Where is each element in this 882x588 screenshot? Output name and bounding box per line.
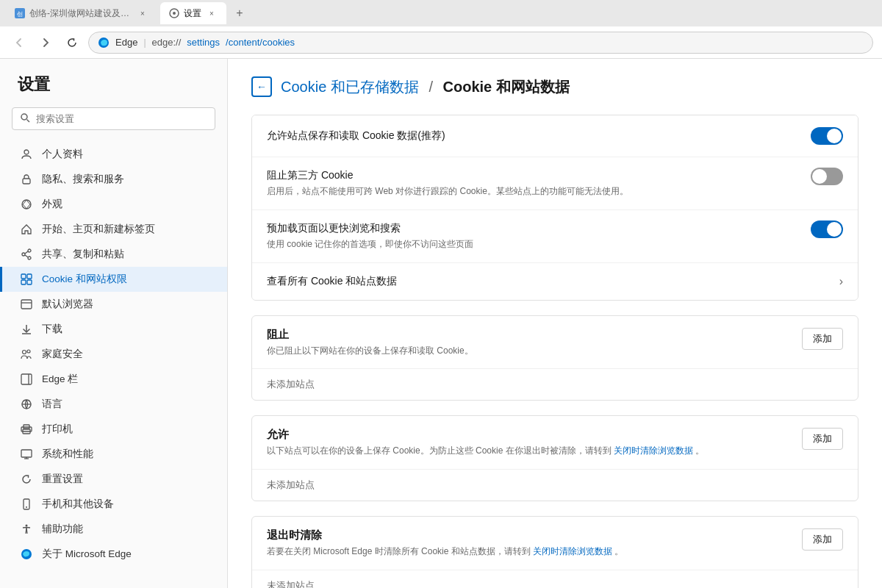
breadcrumb-separator: / — [429, 79, 433, 95]
allow-section-text: 允许 以下站点可以在你的设备上保存 Cookie。为防止这些 Cookie 在你… — [267, 428, 790, 457]
tab-settings-title: 设置 — [184, 7, 201, 20]
svg-rect-19 — [21, 300, 32, 309]
sidebar-item-cookies-label: Cookie 和网站权限 — [42, 273, 127, 286]
clear-on-exit-section-text: 退出时清除 若要在关闭 Microsoft Edge 时清除所有 Cookie … — [267, 528, 790, 558]
sidebar-item-edgebar[interactable]: Edge 栏 — [0, 367, 227, 392]
allow-desc-prefix: 以下站点可以在你的设备上保存 Cookie。为防止这些 Cookie 在你退出时… — [267, 445, 612, 456]
allow-cookies-label: 允许站点保存和读取 Cookie 数据(推荐) — [267, 129, 811, 143]
clear-on-exit-section-header: 退出时清除 若要在关闭 Microsoft Edge 时清除所有 Cookie … — [252, 517, 858, 570]
sidebar-item-mobile[interactable]: 手机和其他设备 — [0, 492, 227, 517]
sidebar-item-family-label: 家庭安全 — [42, 348, 83, 361]
sidebar-item-privacy[interactable]: 隐私、搜索和服务 — [0, 167, 227, 192]
forward-button[interactable] — [35, 32, 56, 53]
clear-desc-suffix: 。 — [614, 546, 623, 556]
svg-rect-17 — [21, 280, 26, 284]
sidebar-item-cookies[interactable]: Cookie 和网站权限 — [0, 267, 227, 292]
clear-on-exit-section-title: 退出时清除 — [267, 528, 790, 542]
block-section-title: 阻止 — [267, 328, 790, 342]
home-icon — [20, 223, 33, 236]
sidebar-item-printer[interactable]: 打印机 — [0, 417, 227, 442]
allow-section-empty: 未添加站点 — [252, 470, 858, 501]
clear-on-exit-section-desc: 若要在关闭 Microsoft Edge 时清除所有 Cookie 和站点数据，… — [267, 545, 790, 558]
svg-point-24 — [27, 350, 30, 353]
svg-rect-16 — [27, 274, 32, 279]
sidebar-title: 设置 — [0, 74, 227, 107]
address-field[interactable]: Edge | edge://settings/content/cookies — [88, 32, 873, 54]
svg-text:创: 创 — [17, 11, 23, 18]
url-path: settings — [187, 37, 220, 48]
sidebar-item-appearance[interactable]: 外观 — [0, 192, 227, 217]
mobile-icon — [20, 498, 33, 511]
sidebar-item-browser-label: 默认浏览器 — [42, 298, 93, 311]
url-prefix: edge:// — [152, 37, 182, 48]
sidebar-item-share[interactable]: 共享、复制和粘贴 — [0, 242, 227, 267]
appearance-icon — [20, 198, 33, 211]
download-icon — [20, 323, 33, 336]
sidebar-item-mobile-label: 手机和其他设备 — [42, 498, 114, 511]
sidebar-item-accessibility[interactable]: 辅助功能 — [0, 517, 227, 542]
website-favicon: 创 — [15, 8, 25, 18]
sidebar-item-edgebar-label: Edge 栏 — [42, 373, 78, 386]
sidebar-item-system[interactable]: 系统和性能 — [0, 442, 227, 467]
sidebar-item-profile-label: 个人资料 — [42, 148, 83, 161]
settings-favicon — [169, 8, 179, 18]
sidebar-item-download-label: 下载 — [42, 323, 62, 336]
tab-website-close[interactable]: × — [137, 7, 148, 19]
search-icon — [20, 112, 30, 125]
setting-block-third-party: 阻止第三方 Cookie 启用后，站点不能使用可跨 Web 对你进行跟踪的 Co… — [252, 157, 858, 210]
language-icon — [20, 398, 33, 411]
tab-settings[interactable]: 设置 × — [160, 2, 226, 24]
current-page-title: Cookie 和网站数据 — [443, 79, 570, 95]
clear-desc-link[interactable]: 关闭时清除浏览数据 — [533, 546, 612, 556]
sidebar-item-reset[interactable]: 重置设置 — [0, 467, 227, 492]
tab-settings-close[interactable]: × — [206, 7, 218, 19]
setting-view-all[interactable]: 查看所有 Cookie 和站点数据 › — [252, 263, 858, 300]
search-box[interactable] — [12, 107, 215, 130]
preload-row-top: 预加载页面以更快浏览和搜索 — [267, 222, 799, 235]
allow-desc-link[interactable]: 关闭时清除浏览数据 — [614, 445, 693, 456]
sidebar-item-start[interactable]: 开始、主页和新建标签页 — [0, 217, 227, 242]
tab-website[interactable]: 创 创络-深圳做网站建设及网站设计… × — [6, 2, 157, 24]
sidebar-item-language[interactable]: 语言 — [0, 392, 227, 417]
allow-section-add-button[interactable]: 添加 — [802, 428, 843, 450]
preload-toggle[interactable] — [811, 220, 843, 238]
svg-point-10 — [28, 249, 31, 252]
edge-logo-icon — [98, 37, 110, 49]
svg-point-11 — [28, 257, 31, 259]
svg-line-14 — [25, 255, 28, 257]
accessibility-icon — [20, 523, 33, 536]
block-section-card: 阻止 你已阻止以下网站在你的设备上保存和读取 Cookie。 添加 未添加站点 — [251, 315, 858, 401]
sidebar-item-accessibility-label: 辅助功能 — [42, 523, 83, 536]
clear-on-exit-section-empty: 未添加站点 — [252, 570, 858, 588]
block-third-party-row-top: 阻止第三方 Cookie — [267, 169, 799, 182]
back-button[interactable] — [9, 32, 29, 53]
sidebar-item-about[interactable]: 关于 Microsoft Edge — [0, 542, 227, 567]
block-third-party-toggle[interactable] — [811, 168, 843, 185]
clear-on-exit-add-button[interactable]: 添加 — [802, 528, 843, 551]
view-all-label: 查看所有 Cookie 和站点数据 — [267, 275, 839, 288]
svg-rect-33 — [24, 499, 29, 509]
block-section-desc: 你已阻止以下网站在你的设备上保存和读取 Cookie。 — [267, 345, 790, 357]
family-icon — [20, 348, 33, 361]
sidebar: 设置 个人资料 隐私、搜索和服务 外观 — [0, 59, 228, 588]
tab-website-title: 创络-深圳做网站建设及网站设计… — [29, 7, 132, 20]
block-section-add-button[interactable]: 添加 — [802, 328, 843, 350]
back-button[interactable]: ← — [251, 76, 272, 97]
settings-card-main: 允许站点保存和读取 Cookie 数据(推荐) 阻止第三方 Cookie 启用后… — [251, 115, 858, 301]
new-tab-button[interactable]: + — [229, 3, 250, 24]
sidebar-item-about-label: 关于 Microsoft Edge — [42, 548, 132, 561]
sidebar-item-download[interactable]: 下载 — [0, 317, 227, 342]
printer-icon — [20, 423, 33, 436]
reload-button[interactable] — [62, 32, 82, 53]
svg-rect-8 — [23, 179, 30, 184]
sidebar-item-family[interactable]: 家庭安全 — [0, 342, 227, 367]
breadcrumb-link[interactable]: Cookie 和已存储数据 — [281, 79, 419, 95]
search-input[interactable] — [36, 113, 207, 124]
tab-bar: 创 创络-深圳做网站建设及网站设计… × 设置 × + — [0, 0, 882, 26]
allow-cookies-toggle[interactable] — [811, 127, 843, 145]
preload-label: 预加载页面以更快浏览和搜索 — [267, 222, 799, 235]
sidebar-item-profile[interactable]: 个人资料 — [0, 142, 227, 167]
sidebar-item-browser[interactable]: 默认浏览器 — [0, 292, 227, 317]
sidebar-item-share-label: 共享、复制和粘贴 — [42, 248, 124, 261]
lock-icon — [20, 173, 33, 186]
